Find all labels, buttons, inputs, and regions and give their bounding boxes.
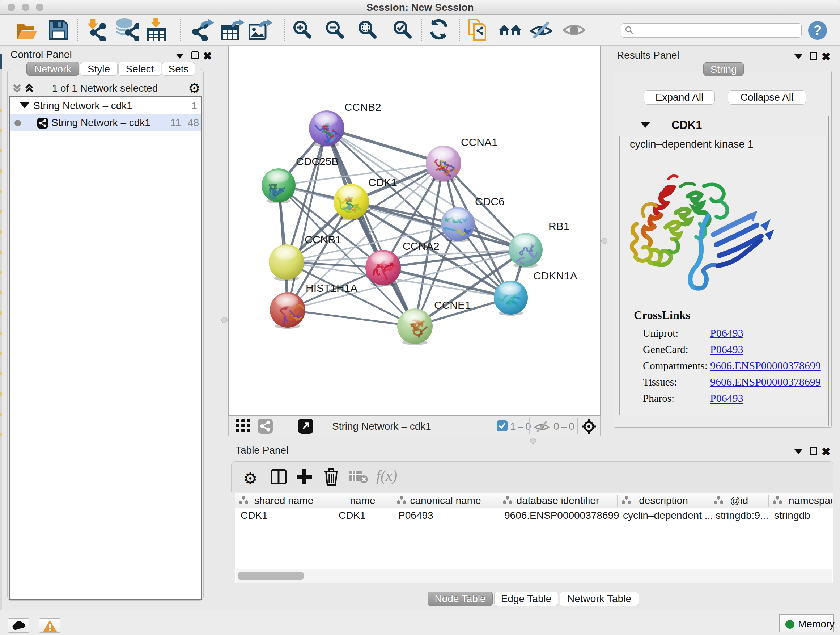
- svg-text:CCNA1: CCNA1: [461, 136, 498, 148]
- svg-text:CCNE1: CCNE1: [434, 299, 471, 311]
- svg-text:RB1: RB1: [548, 220, 569, 232]
- svg-text:CCNA2: CCNA2: [403, 240, 439, 252]
- svg-text:HIST1H1A: HIST1H1A: [306, 282, 357, 294]
- svg-text:CDK1: CDK1: [368, 176, 397, 188]
- svg-text:CDC25B: CDC25B: [296, 155, 339, 167]
- svg-text:CDKN1A: CDKN1A: [533, 270, 577, 282]
- svg-text:CCNB1: CCNB1: [305, 233, 341, 245]
- svg-text:CDC6: CDC6: [475, 195, 505, 207]
- svg-text:CCNB2: CCNB2: [344, 101, 381, 113]
